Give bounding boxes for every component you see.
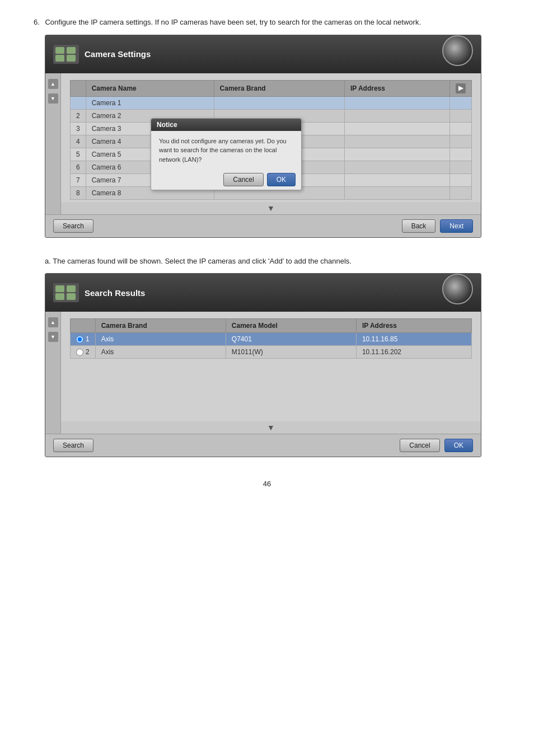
row-action <box>450 173 472 186</box>
row-action <box>450 161 472 173</box>
row-action <box>450 109 472 122</box>
row-ip <box>344 148 449 161</box>
footer-right-buttons: Back Next <box>402 219 473 233</box>
row-num: 6 <box>71 161 86 173</box>
bottom-arrow: ▼ <box>61 202 481 214</box>
logo-icon-2 <box>53 283 79 302</box>
search-down-arrow-icon: ▼ <box>267 423 275 432</box>
search-nav-down-icon[interactable]: ▼ <box>48 332 58 342</box>
camera-settings-panel: Camera Settings ▲ ▼ Camera Name Camera B… <box>45 35 481 238</box>
camera-lens-2 <box>439 278 473 307</box>
row-ip <box>344 109 449 122</box>
search-cancel-button[interactable]: Cancel <box>400 439 439 452</box>
search-results-title: Search Results <box>85 288 145 298</box>
scroll-right-icon[interactable]: ▶ <box>456 83 466 93</box>
row-num: 3 <box>71 122 86 135</box>
search-results-table: Camera Brand Camera Model IP Address 1 <box>70 318 472 359</box>
table-header-row: Camera Name Camera Brand IP Address ▶ <box>71 80 472 96</box>
row-num: 8 <box>71 186 86 199</box>
row-check[interactable]: 1 <box>71 333 96 346</box>
col-check <box>71 319 96 333</box>
table-row[interactable]: 1 Axis Q7401 10.11.16.85 <box>71 333 472 346</box>
svg-rect-4 <box>67 55 76 62</box>
section6-instruction: 6. Configure the IP camera settings. If … <box>34 17 500 28</box>
svg-rect-9 <box>67 293 76 300</box>
row-num-label-2: 2 <box>86 348 90 356</box>
nav-down-icon[interactable]: ▼ <box>48 93 58 104</box>
search-header-row: Camera Brand Camera Model IP Address <box>71 319 472 333</box>
svg-rect-7 <box>55 293 64 300</box>
col-num <box>71 80 86 96</box>
row-num: 7 <box>71 173 86 186</box>
search-side-nav: ▲ ▼ <box>45 312 61 434</box>
row-action <box>450 148 472 161</box>
search-results-panel: Search Results ▲ ▼ Camera Brand Camera M… <box>45 273 481 457</box>
svg-rect-3 <box>67 47 76 54</box>
notice-cancel-button[interactable]: Cancel <box>223 173 263 186</box>
row-ip-2: 10.11.16.202 <box>356 346 471 359</box>
search-ok-button[interactable]: OK <box>444 439 473 452</box>
radio-cell: 1 <box>76 335 90 343</box>
main-content: Camera Name Camera Brand IP Address ▶ Ca… <box>61 73 481 214</box>
notice-dialog: Notice You did not configure any cameras… <box>151 118 302 191</box>
col-scroll: ▶ <box>450 80 472 96</box>
col-camera-name: Camera Name <box>86 80 214 96</box>
table-row[interactable]: Camera 1 <box>71 96 472 109</box>
svg-rect-6 <box>55 285 64 292</box>
logo-icon <box>53 45 79 64</box>
row-brand-2: Axis <box>95 346 226 359</box>
search-search-button[interactable]: Search <box>53 439 93 452</box>
section-a-instruction: a. The cameras found will be shown. Sele… <box>45 256 500 267</box>
search-panel-footer: Search Cancel OK <box>45 434 481 457</box>
row-action <box>450 135 472 148</box>
row-model: Q7401 <box>226 333 356 346</box>
col-ip-address: IP Address <box>356 319 471 333</box>
row-brand: Axis <box>95 333 226 346</box>
back-button[interactable]: Back <box>402 219 436 233</box>
search-results-title-area: Search Results <box>53 283 145 302</box>
row-check[interactable]: 2 <box>71 346 96 359</box>
empty-area <box>61 365 481 421</box>
row-model-2: M1011(W) <box>226 346 356 359</box>
panel-title-area: Camera Settings <box>53 45 151 64</box>
panel-header: Camera Settings <box>45 35 481 73</box>
search-nav-up-icon[interactable]: ▲ <box>48 317 58 327</box>
col-ip-address: IP Address <box>344 80 449 96</box>
row-ip <box>344 186 449 199</box>
col-camera-brand: Camera Brand <box>95 319 226 333</box>
camera-lens-decoration <box>439 40 473 69</box>
nav-up-icon[interactable]: ▲ <box>48 79 58 89</box>
svg-rect-1 <box>55 47 64 54</box>
table-row[interactable]: 2 Axis M1011(W) 10.11.16.202 <box>71 346 472 359</box>
search-button[interactable]: Search <box>53 219 93 233</box>
row-num: 2 <box>71 109 86 122</box>
search-panel-body: Camera Brand Camera Model IP Address 1 <box>61 312 481 365</box>
panel-with-side: ▲ ▼ Camera Name Camera Brand IP Address … <box>45 73 481 214</box>
search-results-header: Search Results <box>45 274 481 312</box>
panel-title: Camera Settings <box>85 49 151 59</box>
row-ip <box>344 122 449 135</box>
row-ip <box>344 173 449 186</box>
col-camera-model: Camera Model <box>226 319 356 333</box>
down-arrow-icon: ▼ <box>267 204 275 213</box>
row-ip: 10.11.16.85 <box>356 333 471 346</box>
row-camera-name: Camera 1 <box>86 96 214 109</box>
notice-ok-button[interactable]: OK <box>267 173 296 186</box>
row-action <box>450 122 472 135</box>
notice-body: You did not configure any cameras yet. D… <box>151 131 301 170</box>
row-ip <box>344 161 449 173</box>
row-ip <box>344 96 449 109</box>
panel-body: Camera Name Camera Brand IP Address ▶ Ca… <box>61 73 481 202</box>
notice-buttons: Cancel OK <box>151 170 301 190</box>
row-radio[interactable] <box>76 336 83 343</box>
row-action <box>450 186 472 199</box>
row-num: 5 <box>71 148 86 161</box>
search-main-content: Camera Brand Camera Model IP Address 1 <box>61 312 481 434</box>
row-action <box>450 96 472 109</box>
svg-rect-2 <box>55 55 64 62</box>
side-nav: ▲ ▼ <box>45 73 61 214</box>
notice-title: Notice <box>151 119 301 131</box>
page-number: 46 <box>34 480 500 488</box>
next-button[interactable]: Next <box>440 219 473 233</box>
row-radio-2[interactable] <box>76 349 83 356</box>
